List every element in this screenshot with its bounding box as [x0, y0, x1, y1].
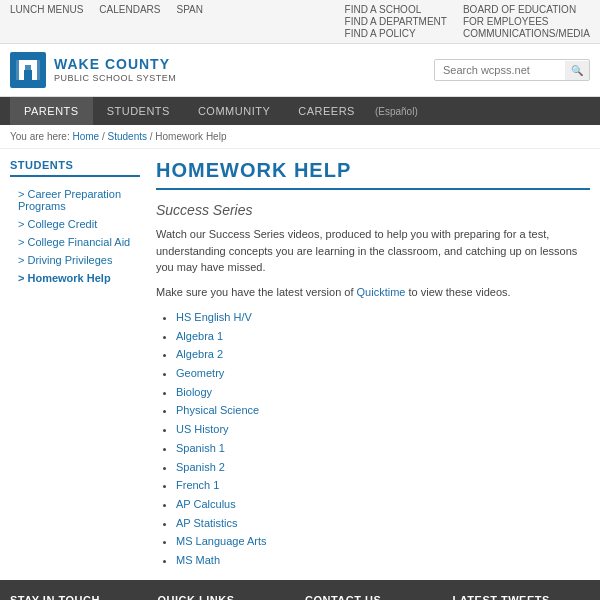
find-dept-link[interactable]: FIND A DEPARTMENT	[345, 16, 447, 27]
list-item: Spanish 2	[176, 458, 590, 477]
svg-rect-3	[19, 60, 37, 65]
main-layout: STUDENTS Career Preparation Programs Col…	[0, 149, 600, 580]
footer-quick-title: QUICK LINKS	[158, 594, 296, 600]
svg-rect-4	[24, 70, 32, 80]
subject-link-5[interactable]: Physical Science	[176, 404, 259, 416]
footer: STAY IN TOUCH P in ⊕ ✉ f t ▶ ● QUICK LIN…	[0, 580, 600, 600]
footer-contact: CONTACT US 5625 Dillard Drive, Cary NC 2…	[305, 594, 443, 600]
subject-link-12[interactable]: MS Language Arts	[176, 535, 267, 547]
subject-link-7[interactable]: Spanish 1	[176, 442, 225, 454]
list-item: Geometry	[176, 364, 590, 383]
subject-link-3[interactable]: Geometry	[176, 367, 224, 379]
list-item: MS Math	[176, 551, 590, 570]
list-item: Spanish 1	[176, 439, 590, 458]
subject-link-10[interactable]: AP Calculus	[176, 498, 236, 510]
logo-text: WAKE COUNTY PUBLIC SCHOOL SYSTEM	[54, 56, 176, 84]
list-item: Algebra 1	[176, 327, 590, 346]
search-button[interactable]: 🔍	[565, 61, 589, 80]
subject-link-13[interactable]: MS Math	[176, 554, 220, 566]
sidebar: STUDENTS Career Preparation Programs Col…	[10, 159, 140, 570]
top-bar-right: FIND A SCHOOL FIND A DEPARTMENT FIND A P…	[345, 4, 590, 39]
subject-link-1[interactable]: Algebra 1	[176, 330, 223, 342]
find-policy-link[interactable]: FIND A POLICY	[345, 28, 447, 39]
nav-careers[interactable]: CAREERS	[284, 97, 369, 125]
list-item: Biology	[176, 383, 590, 402]
sidebar-item-college-credit[interactable]: College Credit	[10, 215, 140, 233]
subject-link-6[interactable]: US History	[176, 423, 229, 435]
breadcrumb-students[interactable]: Students	[108, 131, 147, 142]
sidebar-item-career[interactable]: Career Preparation Programs	[10, 185, 140, 215]
breadcrumb-home[interactable]: Home	[72, 131, 99, 142]
note-text: Make sure you have the latest version of…	[156, 284, 590, 301]
header: WAKE COUNTY PUBLIC SCHOOL SYSTEM 🔍	[0, 44, 600, 97]
main-nav: PARENTS STUDENTS COMMUNITY CAREERS (Espa…	[0, 97, 600, 125]
for-employees-link[interactable]: FOR EMPLOYEES	[463, 16, 590, 27]
nav-community[interactable]: COMMUNITY	[184, 97, 284, 125]
list-item: AP Statistics	[176, 514, 590, 533]
espanol-link[interactable]: (Español)	[369, 98, 424, 125]
quicktime-link[interactable]: Quicktime	[357, 286, 406, 298]
footer-tweets: LATEST TWEETS RT @nchsprep : Top 10s fro…	[453, 594, 591, 600]
sidebar-item-financial-aid[interactable]: College Financial Aid	[10, 233, 140, 251]
nav-students[interactable]: STUDENTS	[93, 97, 184, 125]
list-item: French 1	[176, 476, 590, 495]
school-sub: PUBLIC SCHOOL SYSTEM	[54, 73, 176, 84]
subject-link-2[interactable]: Algebra 2	[176, 348, 223, 360]
breadcrumb-current: Homework Help	[155, 131, 226, 142]
breadcrumb: You are here: Home / Students / Homework…	[0, 125, 600, 149]
subject-link-8[interactable]: Spanish 2	[176, 461, 225, 473]
find-school-link[interactable]: FIND A SCHOOL	[345, 4, 447, 15]
breadcrumb-text: You are here:	[10, 131, 70, 142]
search-box[interactable]: 🔍	[434, 59, 590, 81]
list-item: HS English H/V	[176, 308, 590, 327]
subject-link-11[interactable]: AP Statistics	[176, 517, 238, 529]
list-item: Physical Science	[176, 401, 590, 420]
subject-link-4[interactable]: Biology	[176, 386, 212, 398]
list-item: Algebra 2	[176, 345, 590, 364]
top-bar: LUNCH MENUS CALENDARS SPAN FIND A SCHOOL…	[0, 0, 600, 44]
page-title: HOMEWORK HELP	[156, 159, 590, 190]
subject-list: HS English H/V Algebra 1 Algebra 2 Geome…	[176, 308, 590, 570]
footer-stay-title: STAY IN TOUCH	[10, 594, 148, 600]
list-item: AP Calculus	[176, 495, 590, 514]
list-item: US History	[176, 420, 590, 439]
footer-tweets-title: LATEST TWEETS	[453, 594, 591, 600]
footer-quick-links: QUICK LINKS Employee Information Paystub…	[158, 594, 296, 600]
section-title: Success Series	[156, 202, 590, 218]
subject-link-0[interactable]: HS English H/V	[176, 311, 252, 323]
content-area: HOMEWORK HELP Success Series Watch our S…	[156, 159, 590, 570]
search-input[interactable]	[435, 60, 565, 80]
top-bar-left: LUNCH MENUS CALENDARS SPAN	[10, 4, 203, 39]
footer-stay-in-touch: STAY IN TOUCH P in ⊕ ✉ f t ▶ ●	[10, 594, 148, 600]
lunch-menus-link[interactable]: LUNCH MENUS	[10, 4, 83, 39]
comms-media-link[interactable]: COMMUNICATIONS/MEDIA	[463, 28, 590, 39]
subject-link-9[interactable]: French 1	[176, 479, 219, 491]
sidebar-item-homework[interactable]: Homework Help	[10, 269, 140, 287]
nav-parents[interactable]: PARENTS	[10, 97, 93, 125]
logo-icon	[10, 52, 46, 88]
list-item: MS Language Arts	[176, 532, 590, 551]
sidebar-title: STUDENTS	[10, 159, 140, 177]
sidebar-item-driving[interactable]: Driving Privileges	[10, 251, 140, 269]
calendars-link[interactable]: CALENDARS	[99, 4, 160, 39]
board-of-ed-link[interactable]: BOARD OF EDUCATION	[463, 4, 590, 15]
footer-contact-title: CONTACT US	[305, 594, 443, 600]
logo: WAKE COUNTY PUBLIC SCHOOL SYSTEM	[10, 52, 176, 88]
span-link[interactable]: SPAN	[176, 4, 203, 39]
school-name: WAKE COUNTY	[54, 56, 176, 73]
intro-text: Watch our Success Series videos, produce…	[156, 226, 590, 276]
